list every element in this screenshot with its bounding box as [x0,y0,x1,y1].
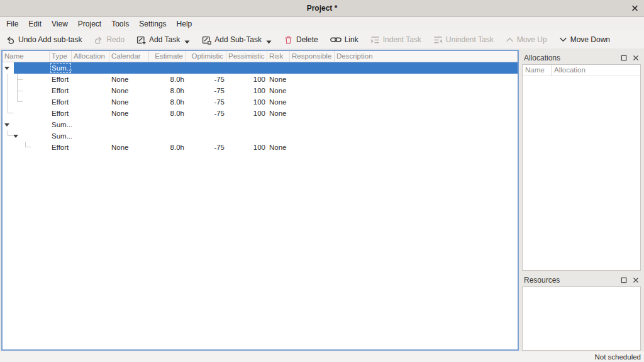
description-cell[interactable] [335,119,518,130]
column-header-pessimistic[interactable]: Pessimistic [226,51,267,62]
pessimistic-cell[interactable] [226,130,267,142]
float-icon[interactable] [621,277,627,283]
task-table-body[interactable]: Sum...EffortNone8.0h-75100NoneEffortNone… [3,62,518,349]
optimistic-cell[interactable]: -75 [186,96,226,108]
name-cell[interactable] [3,130,50,142]
column-header-name[interactable]: Name [3,51,50,62]
task-row-summary[interactable]: Sum... [3,62,518,74]
type-cell[interactable]: Sum... [50,119,72,130]
allocation-cell[interactable] [72,130,109,142]
calendar-cell[interactable]: None [109,142,149,153]
type-cell[interactable]: Effort [50,96,72,108]
window-titlebar[interactable]: Project * [0,0,644,17]
delete-button[interactable]: Delete [284,35,318,45]
close-icon[interactable] [633,55,639,61]
estimate-cell[interactable] [149,119,186,130]
pessimistic-cell[interactable]: 100 [226,85,267,96]
pessimistic-cell[interactable] [226,119,267,130]
risk-cell[interactable]: None [267,96,290,108]
responsible-cell[interactable] [290,108,335,119]
responsible-cell[interactable] [290,62,335,74]
calendar-cell[interactable] [109,119,149,130]
allocation-cell[interactable] [72,142,109,153]
column-header-optimistic[interactable]: Optimistic [186,51,226,62]
optimistic-cell[interactable]: -75 [186,74,226,85]
optimistic-cell[interactable]: -75 [186,108,226,119]
responsible-cell[interactable] [290,142,335,153]
allocation-cell[interactable] [72,119,109,130]
description-cell[interactable] [335,62,518,74]
allocation-cell[interactable] [72,85,109,96]
expander-icon[interactable] [13,135,18,138]
responsible-cell[interactable] [290,85,335,96]
calendar-cell[interactable]: None [109,74,149,85]
name-cell[interactable] [3,85,50,96]
name-cell[interactable] [3,62,50,74]
add-task-button[interactable]: Add Task [136,35,190,45]
name-cell[interactable] [3,142,50,153]
column-header-description[interactable]: Description [335,51,518,62]
estimate-cell[interactable] [149,130,186,142]
risk-cell[interactable]: None [267,142,290,153]
menu-project[interactable]: Project [73,17,106,31]
risk-cell[interactable]: None [267,108,290,119]
name-cell[interactable] [3,74,50,85]
risk-cell[interactable]: None [267,85,290,96]
task-row-task[interactable]: EffortNone8.0h-75100None [3,74,518,85]
type-cell[interactable]: Effort [50,108,72,119]
task-row-summary[interactable]: Sum... [3,119,518,130]
description-cell[interactable] [335,74,518,85]
undo-button[interactable]: Undo Add sub-task [6,35,82,45]
calendar-cell[interactable]: None [109,108,149,119]
description-cell[interactable] [335,142,518,153]
column-header-calendar[interactable]: Calendar [109,51,149,62]
estimate-cell[interactable] [149,62,186,74]
risk-cell[interactable]: None [267,74,290,85]
allocations-column-header-name[interactable]: Name [523,65,552,76]
menu-edit[interactable]: Edit [23,17,47,31]
expander-icon[interactable] [4,67,9,70]
pessimistic-cell[interactable]: 100 [226,96,267,108]
pessimistic-cell[interactable]: 100 [226,74,267,85]
task-row-task[interactable]: EffortNone8.0h-75100None [3,108,518,119]
responsible-cell[interactable] [290,130,335,142]
menu-file[interactable]: File [1,17,23,31]
type-cell[interactable]: Sum... [50,62,72,74]
window-close-button[interactable] [631,5,638,12]
pessimistic-cell[interactable]: 100 [226,108,267,119]
estimate-cell[interactable]: 8.0h [149,108,186,119]
column-header-type[interactable]: Type [50,51,72,62]
optimistic-cell[interactable] [186,119,226,130]
calendar-cell[interactable]: None [109,96,149,108]
risk-cell[interactable] [267,62,290,74]
description-cell[interactable] [335,96,518,108]
expander-icon[interactable] [4,123,9,127]
type-cell[interactable]: Sum... [50,130,72,142]
allocation-cell[interactable] [72,108,109,119]
estimate-cell[interactable]: 8.0h [149,85,186,96]
allocation-cell[interactable] [72,74,109,85]
close-icon[interactable] [633,277,639,283]
responsible-cell[interactable] [290,119,335,130]
name-cell[interactable] [3,96,50,108]
pessimistic-cell[interactable]: 100 [226,142,267,153]
description-cell[interactable] [335,108,518,119]
column-header-risk[interactable]: Risk [267,51,290,62]
optimistic-cell[interactable]: -75 [186,85,226,96]
allocation-cell[interactable] [72,96,109,108]
estimate-cell[interactable]: 8.0h [149,142,186,153]
optimistic-cell[interactable] [186,130,226,142]
description-cell[interactable] [335,130,518,142]
dropdown-arrow-icon[interactable] [184,40,190,44]
add-subtask-button[interactable]: Add Sub-Task [202,35,272,45]
task-row-summary[interactable]: Sum... [3,130,518,142]
column-header-estimate[interactable]: Estimate [149,51,186,62]
task-row-task[interactable]: EffortNone8.0h-75100None [3,142,518,153]
responsible-cell[interactable] [290,96,335,108]
description-cell[interactable] [335,85,518,96]
link-button[interactable]: Link [330,35,358,44]
estimate-cell[interactable]: 8.0h [149,96,186,108]
allocations-column-header-allocation[interactable]: Allocation [552,65,588,76]
task-row-task[interactable]: EffortNone8.0h-75100None [3,96,518,108]
column-header-responsible[interactable]: Responsible [290,51,335,62]
